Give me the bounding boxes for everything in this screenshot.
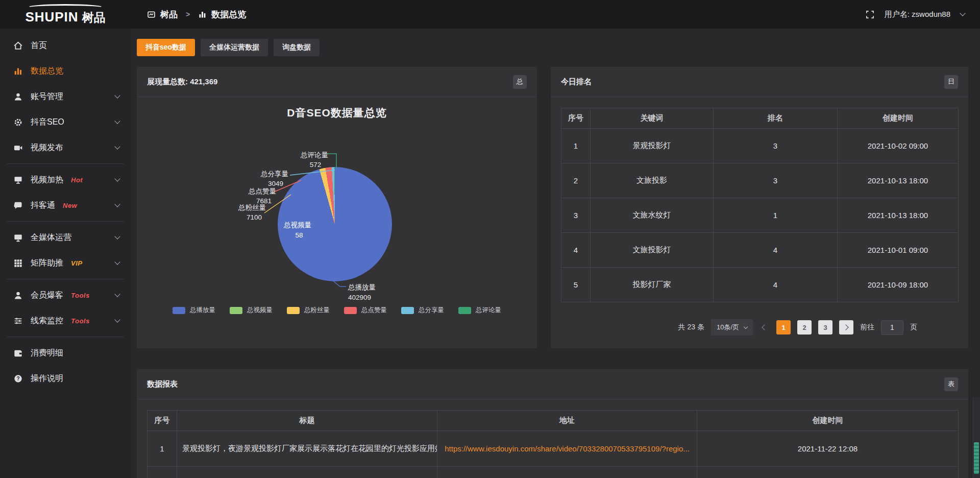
- page-button-1[interactable]: 1: [776, 320, 791, 334]
- sidebar-divider: [7, 337, 124, 337]
- day-toggle-button[interactable]: 日: [944, 75, 958, 89]
- sidebar-item-label: 会员爆客: [31, 290, 63, 301]
- sidebar-divider: [7, 163, 124, 164]
- col-keyword: 关键词: [591, 108, 714, 129]
- legend-swatch: [230, 307, 242, 314]
- chevron-down-icon: [114, 233, 120, 239]
- chevron-left-icon: [762, 324, 767, 330]
- data-report-panel: 数据报表 表 序号 标题 地址 创建时间 1 景观投影灯，夜游景观投影灯厂: [137, 369, 968, 478]
- sidebar-item-label: 抖音SEO: [31, 117, 64, 128]
- sidebar-item-consumption[interactable]: 消费明细: [0, 340, 131, 366]
- sidebar-item-label: 矩阵助推: [31, 258, 63, 269]
- new-badge: New: [63, 202, 77, 209]
- page-button-3[interactable]: 3: [818, 320, 832, 334]
- sidebar-item-douketong[interactable]: 抖客通 New: [0, 193, 131, 218]
- tab-douyin-seo-data[interactable]: 抖音seo数据: [137, 39, 195, 56]
- sidebar-item-video-publish[interactable]: 视频发布: [0, 135, 131, 160]
- video-title: 景观投影灯，夜游景观投影灯厂家展示展示落花灯在花园里的灯光投影应用效果 #: [177, 431, 437, 467]
- legend-swatch: [401, 307, 414, 314]
- goto-page-input[interactable]: [881, 320, 903, 335]
- scrollbar-thumb[interactable]: [974, 442, 979, 474]
- sidebar-item-help[interactable]: ? 操作说明: [0, 366, 131, 391]
- breadcrumb-root[interactable]: 树品: [160, 9, 178, 20]
- sidebar-item-label: 视频发布: [31, 142, 63, 153]
- wallet-icon: [13, 348, 23, 358]
- goto-label: 前往: [860, 323, 874, 332]
- table-row[interactable]: 1景观投影灯32021-10-02 09:00: [561, 129, 959, 163]
- sidebar-item-label: 抖客通: [31, 200, 55, 211]
- table-row[interactable]: 5投影灯厂家42021-10-09 18:00: [561, 268, 959, 302]
- report-panel-title: 数据报表: [147, 379, 178, 389]
- chevron-down-icon: [114, 259, 120, 265]
- sidebar-item-label: 数据总览: [31, 66, 63, 77]
- goto-suffix: 页: [910, 323, 917, 332]
- overview-chart-panel: 展现量总数: 421,369 总 D音SEO数据量总览 总评论量 572: [137, 67, 537, 348]
- page-button-2[interactable]: 2: [797, 320, 812, 334]
- sidebar-item-matrix-boost[interactable]: 矩阵助推 VIP: [0, 250, 131, 276]
- main-content: 抖音seo数据 全媒体运营数据 询盘数据 展现量总数: 421,369 总 D音…: [131, 29, 980, 478]
- table-row[interactable]: 2文旅投影32021-10-13 18:00: [561, 163, 959, 198]
- chevron-down-icon: [114, 291, 120, 297]
- report-table: 序号 标题 地址 创建时间 1 景观投影灯，夜游景观投影灯厂家展示展示落花灯在花…: [147, 410, 959, 478]
- sidebar-item-home[interactable]: 首页: [0, 33, 131, 58]
- pie-label-shares: 总分享量: [260, 170, 288, 178]
- table-row[interactable]: 4文旅投影灯42021-10-01 09:00: [561, 233, 959, 268]
- breadcrumb-separator: >: [186, 10, 190, 18]
- pie-label-likes: 总点赞量: [248, 187, 276, 195]
- sidebar-item-douyin-seo[interactable]: 抖音SEO: [0, 109, 131, 135]
- home-icon: [13, 41, 23, 51]
- sidebar-item-media-operation[interactable]: 全媒体运营: [0, 225, 131, 250]
- sidebar: 首页 数据总览 账号管理 抖音SEO 视频发布 视频加热 Hot: [0, 29, 131, 478]
- prev-page-button[interactable]: [760, 325, 770, 329]
- video-link[interactable]: https://www.iesdouyin.com/share/video/70…: [437, 431, 697, 467]
- table-row: [148, 467, 959, 478]
- pie-value-fans: 7100: [247, 213, 262, 221]
- col-created: 创建时间: [838, 108, 959, 129]
- sidebar-item-member-burst[interactable]: 会员爆客 Tools: [0, 282, 131, 308]
- sidebar-item-label: 账号管理: [31, 91, 63, 102]
- table-row[interactable]: 1 景观投影灯，夜游景观投影灯厂家展示展示落花灯在花园里的灯光投影应用效果 # …: [148, 431, 959, 467]
- col-created: 创建时间: [697, 411, 959, 431]
- chart-title: D音SEO数据量总览: [137, 106, 537, 120]
- pie-chart-area: D音SEO数据量总览 总评论量 572 总分享量 3049 总点赞量: [137, 98, 537, 348]
- next-page-button[interactable]: [839, 320, 853, 334]
- username-label: 用户名: zswodun88: [885, 10, 950, 19]
- total-count: 共 23 条: [678, 323, 704, 332]
- table-toggle-button[interactable]: 表: [944, 377, 958, 391]
- billboard-icon: [13, 175, 23, 185]
- table-row[interactable]: 3文旅水纹灯12021-10-13 18:00: [561, 198, 959, 233]
- scrollbar-track[interactable]: [973, 397, 980, 478]
- pie[interactable]: [278, 167, 392, 281]
- tab-inquiry-data[interactable]: 询盘数据: [274, 39, 320, 56]
- sidebar-item-video-heat[interactable]: 视频加热 Hot: [0, 167, 131, 193]
- pie-value-plays: 402909: [348, 294, 371, 301]
- impressions-total: 展现量总数: 421,369: [147, 77, 217, 87]
- legend-item-likes[interactable]: 总点赞量: [344, 306, 387, 315]
- member-icon: [13, 291, 23, 300]
- logo-text: SHUPIN: [25, 9, 78, 25]
- logo-text-cn: 树品: [82, 10, 106, 26]
- sidebar-item-data-overview[interactable]: 数据总览: [0, 58, 131, 84]
- legend-item-shares[interactable]: 总分享量: [401, 306, 444, 315]
- sidebar-divider: [7, 279, 124, 279]
- chevron-down-icon: [114, 201, 120, 207]
- breadcrumb: 树品 > 数据总览: [147, 9, 246, 20]
- page-size-select[interactable]: 10条/页: [711, 319, 753, 336]
- chevron-down-icon[interactable]: [960, 10, 965, 16]
- sidebar-item-account[interactable]: 账号管理: [0, 84, 131, 109]
- tab-media-operation-data[interactable]: 全媒体运营数据: [201, 39, 268, 56]
- rank-panel-title: 今日排名: [561, 77, 592, 87]
- chevron-down-icon: [114, 118, 120, 124]
- total-toggle-button[interactable]: 总: [513, 75, 527, 89]
- legend-item-comments[interactable]: 总评论量: [458, 306, 501, 315]
- chevron-down-icon: [744, 325, 748, 329]
- legend-item-plays[interactable]: 总播放量: [173, 306, 215, 315]
- legend-item-videos[interactable]: 总视频量: [230, 306, 273, 315]
- sidebar-item-lead-monitor[interactable]: 线索监控 Tools: [0, 308, 131, 333]
- fullscreen-icon[interactable]: [866, 10, 874, 19]
- legend-item-fans[interactable]: 总粉丝量: [287, 306, 330, 315]
- chevron-down-icon: [114, 92, 120, 98]
- today-rank-panel: 今日排名 日 序号 关键词 排名 创建时间 1景观投影灯32021-10-02 …: [551, 67, 968, 348]
- bar-chart-icon: [198, 10, 207, 19]
- vip-badge: VIP: [71, 259, 82, 267]
